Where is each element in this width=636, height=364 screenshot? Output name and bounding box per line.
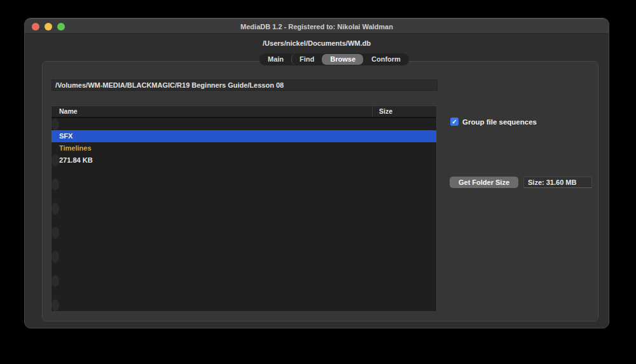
cell-name: OMO PROMO FAIRLIGHT.drp <box>52 154 59 166</box>
cell-name <box>52 251 59 263</box>
cell-name <box>52 191 373 203</box>
table-row-empty <box>52 203 59 215</box>
cell-name <box>52 179 59 191</box>
cell-name <box>52 287 373 299</box>
table-row-empty <box>52 287 436 299</box>
current-folder-path-field[interactable]: /Volumes/WM-MEDIA/BLACKMAGIC/R19 Beginne… <box>52 79 438 91</box>
cell-name <box>52 263 373 275</box>
table-row-empty <box>52 215 436 227</box>
cell-size <box>59 203 62 215</box>
database-path-label: /Users/nickel/Documents/WM.db <box>25 39 609 50</box>
table-row-empty <box>52 299 59 311</box>
get-folder-size-button[interactable]: Get Folder Size <box>450 177 518 188</box>
cell-name: SFX <box>52 130 373 142</box>
cell-name <box>52 215 373 227</box>
column-header-size[interactable]: Size <box>373 106 436 117</box>
tab-bar: MainFindBrowseConform <box>259 53 409 65</box>
cell-name <box>52 227 59 239</box>
cell-size <box>59 118 62 130</box>
cell-size <box>373 287 436 299</box>
table-row-empty <box>52 179 59 191</box>
table-body: ..SFXTimelinesOMO PROMO FAIRLIGHT.drp271… <box>52 118 436 311</box>
table-row-empty <box>52 227 59 239</box>
title-bar[interactable]: MediaDB 1.2 - Registered to: Nikolai Wal… <box>25 18 609 34</box>
cell-name: .. <box>52 118 59 130</box>
cell-size <box>373 166 436 179</box>
tab-find[interactable]: Find <box>291 54 322 65</box>
cell-name <box>52 275 59 287</box>
cell-size <box>373 263 436 275</box>
tab-main[interactable]: Main <box>260 54 291 65</box>
column-header-name[interactable]: Name <box>52 106 373 117</box>
tab-conform[interactable]: Conform <box>363 54 408 65</box>
cell-size <box>59 275 62 287</box>
tab-browse[interactable]: Browse <box>322 54 363 65</box>
folder-size-field[interactable]: Size: 31.60 MB <box>523 177 592 188</box>
table-row-empty <box>52 275 59 287</box>
table-row-empty <box>52 166 436 179</box>
cell-size: 271.84 KB <box>59 154 96 166</box>
cell-size <box>373 130 436 142</box>
cell-name: Timelines <box>52 142 373 154</box>
cell-size <box>59 299 62 311</box>
group-sequences-checkbox[interactable]: ✓ <box>450 118 459 126</box>
cell-size <box>59 227 62 239</box>
table-row-empty <box>52 239 436 251</box>
file-table[interactable]: Name Size ..SFXTimelinesOMO PROMO FAIRLI… <box>51 105 437 312</box>
cell-size <box>373 191 436 203</box>
table-row-empty <box>52 263 436 275</box>
group-sequences-control: ✓ Group file sequences <box>450 118 537 126</box>
cell-size <box>59 179 62 191</box>
table-row[interactable]: SFX <box>52 130 436 142</box>
table-row[interactable]: Timelines <box>52 142 436 154</box>
mediadb-window: MediaDB 1.2 - Registered to: Nikolai Wal… <box>24 18 609 328</box>
table-row-empty <box>52 191 436 203</box>
cell-name <box>52 166 373 179</box>
table-row[interactable]: OMO PROMO FAIRLIGHT.drp271.84 KB <box>52 154 59 166</box>
table-row[interactable]: .. <box>52 118 59 130</box>
cell-name <box>52 299 59 311</box>
browse-panel: /Volumes/WM-MEDIA/BLACKMAGIC/R19 Beginne… <box>42 61 598 321</box>
cell-size <box>373 215 436 227</box>
cell-size <box>373 239 436 251</box>
group-sequences-label: Group file sequences <box>462 118 537 126</box>
cell-name <box>52 239 373 251</box>
window-title: MediaDB 1.2 - Registered to: Nikolai Wal… <box>25 19 609 34</box>
cell-name <box>52 203 59 215</box>
table-header: Name Size <box>52 106 436 118</box>
cell-size <box>59 251 62 263</box>
cell-size <box>373 142 436 154</box>
table-row-empty <box>52 251 59 263</box>
